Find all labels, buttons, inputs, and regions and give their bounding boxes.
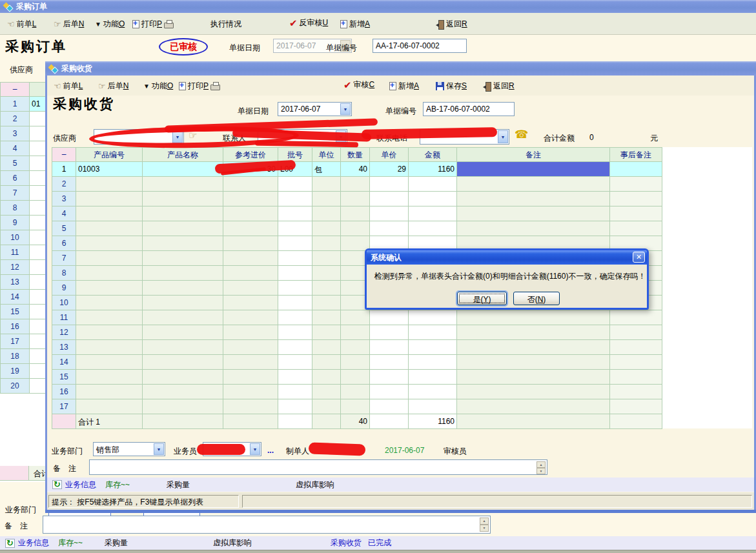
grid-cell[interactable] <box>312 177 341 192</box>
grid-cell[interactable] <box>457 192 610 206</box>
grid-cell[interactable]: 13 <box>52 340 76 355</box>
grid-cell[interactable] <box>370 177 409 192</box>
order-bizinfo-link[interactable]: 业务信息 <box>18 538 49 548</box>
grid-cell[interactable] <box>76 206 143 221</box>
column-header[interactable]: 备注 <box>457 148 610 162</box>
grid-cell[interactable] <box>341 177 370 192</box>
grid-cell[interactable]: 6 <box>52 236 76 251</box>
yes-button[interactable]: 是(Y) <box>457 292 507 305</box>
grid-cell[interactable]: 16 <box>1 319 30 334</box>
order-prev-button[interactable]: ☜ 前单L <box>7 19 36 30</box>
grid-cell[interactable] <box>457 385 610 399</box>
grid-cell[interactable] <box>610 177 662 192</box>
receipt-prev-button[interactable]: ☜ 前单L <box>54 81 83 92</box>
receipt-dept-combo[interactable]: 销售部 ▼ <box>93 442 165 456</box>
grid-cell[interactable] <box>143 385 223 399</box>
grid-cell[interactable] <box>223 251 278 266</box>
grid-cell[interactable]: 01003 <box>76 162 143 177</box>
grid-cell[interactable] <box>370 206 409 221</box>
grid-cell[interactable]: 1 <box>52 162 76 177</box>
grid-cell[interactable] <box>312 206 341 221</box>
grid-cell[interactable] <box>312 251 341 266</box>
receipt-date-combo[interactable]: 2017-06-07 ▼ <box>278 102 352 116</box>
grid-cell[interactable] <box>278 370 312 385</box>
grid-cell[interactable] <box>223 192 278 206</box>
grid-cell[interactable] <box>370 399 409 414</box>
selected-cell[interactable] <box>457 162 610 177</box>
grid-cell[interactable]: 15 <box>52 370 76 385</box>
grid-cell[interactable] <box>409 192 457 206</box>
grid-cell[interactable] <box>457 370 610 385</box>
order-add-button[interactable]: 新增A <box>340 19 370 30</box>
grid-cell[interactable] <box>370 370 409 385</box>
grid-cell[interactable] <box>341 340 370 355</box>
grid-cell[interactable] <box>143 325 223 340</box>
grid-cell[interactable] <box>76 385 143 399</box>
grid-cell[interactable] <box>610 399 662 414</box>
grid-cell[interactable] <box>457 310 610 325</box>
grid-cell[interactable] <box>278 355 312 370</box>
chevron-down-icon[interactable]: ▼ <box>250 443 260 455</box>
grid-cell[interactable]: 10 <box>52 296 76 310</box>
grid-cell[interactable] <box>143 266 223 281</box>
order-stock-link[interactable]: 库存~~ <box>58 538 83 548</box>
grid-cell[interactable] <box>312 414 341 429</box>
grid-cell[interactable]: 8 <box>1 201 30 216</box>
grid-cell[interactable] <box>312 325 341 340</box>
grid-cell[interactable] <box>610 370 662 385</box>
column-header[interactable]: 事后备注 <box>610 148 662 162</box>
grid-cell[interactable] <box>312 385 341 399</box>
receipt-functions-button[interactable]: ▼ 功能O <box>143 81 173 92</box>
grid-cell[interactable] <box>143 251 223 266</box>
order-print-button[interactable]: 打印P <box>132 19 174 30</box>
grid-cell[interactable] <box>409 370 457 385</box>
grid-cell[interactable] <box>278 266 312 281</box>
order-note-input[interactable]: ▲▼ <box>43 516 491 534</box>
grid-cell[interactable]: 1 <box>1 97 30 112</box>
grid-cell[interactable] <box>409 355 457 370</box>
grid-cell[interactable]: 10 <box>1 230 30 245</box>
receipt-no-input[interactable]: AB-17-06-07-0002 <box>423 102 515 116</box>
grid-cell[interactable]: 13 <box>1 275 30 290</box>
grid-cell[interactable] <box>457 414 610 429</box>
chevron-down-icon[interactable]: ▼ <box>498 130 508 143</box>
grid-cell[interactable] <box>312 281 341 296</box>
receipt-audit-button[interactable]: ✔ 审核C <box>343 79 374 90</box>
grid-cell[interactable]: 1160 <box>409 414 457 429</box>
grid-cell[interactable]: 5 <box>52 221 76 236</box>
grid-cell[interactable] <box>143 340 223 355</box>
grid-cell[interactable] <box>610 162 662 177</box>
chevron-down-icon[interactable]: ▼ <box>154 443 164 455</box>
grid-cell[interactable] <box>278 192 312 206</box>
grid-cell[interactable] <box>610 355 662 370</box>
grid-cell[interactable]: 7 <box>1 186 30 201</box>
grid-cell[interactable]: 18 <box>1 349 30 364</box>
grid-cell[interactable] <box>143 310 223 325</box>
spinner[interactable]: ▲▼ <box>480 518 489 532</box>
grid-cell[interactable] <box>143 221 223 236</box>
grid-cell[interactable] <box>76 310 143 325</box>
grid-cell[interactable] <box>610 385 662 399</box>
grid-cell[interactable] <box>143 236 223 251</box>
grid-cell[interactable] <box>223 177 278 192</box>
grid-cell[interactable] <box>223 281 278 296</box>
grid-cell[interactable] <box>143 370 223 385</box>
grid-cell[interactable] <box>312 192 341 206</box>
grid-cell[interactable] <box>341 385 370 399</box>
grid-cell[interactable] <box>409 206 457 221</box>
grid-cell[interactable] <box>370 355 409 370</box>
grid-cell[interactable] <box>143 399 223 414</box>
order-functions-button[interactable]: ▼ 功能O <box>95 19 125 30</box>
grid-cell[interactable] <box>409 385 457 399</box>
grid-cell[interactable]: 6 <box>1 171 30 186</box>
grid-cell[interactable] <box>341 370 370 385</box>
close-icon[interactable]: ✕ <box>633 252 645 263</box>
grid-cell[interactable]: 9 <box>52 281 76 296</box>
grid-cell[interactable] <box>610 206 662 221</box>
grid-cell[interactable] <box>143 355 223 370</box>
column-header[interactable]: 单位 <box>312 148 341 162</box>
receipt-save-button[interactable]: 保存S <box>436 81 467 92</box>
grid-cell[interactable] <box>223 296 278 310</box>
grid-cell[interactable]: 17 <box>1 334 30 349</box>
grid-cell[interactable] <box>312 236 341 251</box>
